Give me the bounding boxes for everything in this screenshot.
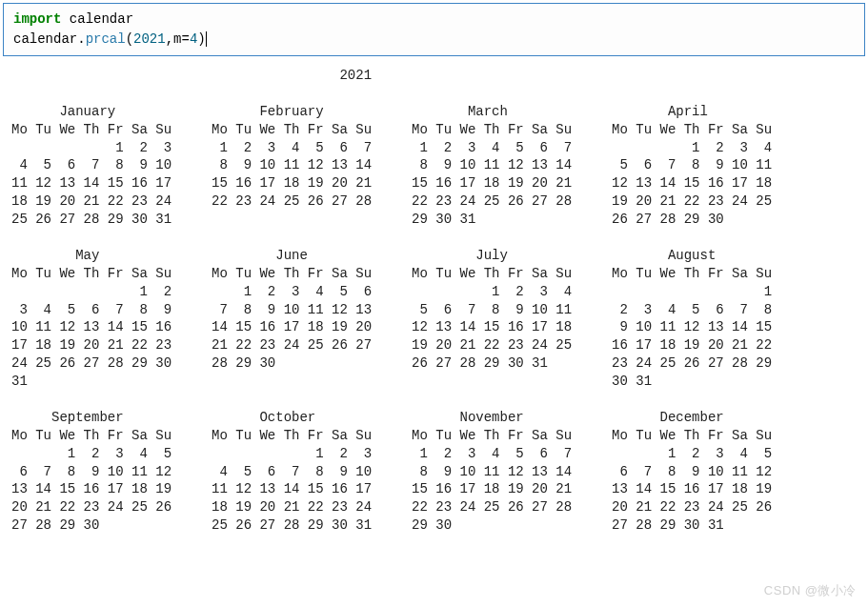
watermark-text: CSDN @微小冷 (764, 582, 857, 599)
number-arg: 2021 (133, 31, 166, 47)
calendar-output: 2021 January February March April Mo Tu … (0, 59, 868, 542)
function-name: prcal (86, 31, 126, 47)
keyword-import: import (13, 11, 61, 27)
code-line-2: calendar.prcal(2021,m=4) (13, 30, 855, 50)
code-text: calendar (61, 11, 133, 27)
paren: ) (197, 31, 205, 47)
code-line-1: import calendar (13, 10, 855, 30)
code-text: ,m= (166, 31, 190, 47)
cursor-icon (206, 31, 207, 47)
paren: ( (126, 31, 133, 47)
code-text: calendar. (13, 31, 86, 47)
code-cell[interactable]: import calendar calendar.prcal(2021,m=4) (3, 3, 865, 56)
